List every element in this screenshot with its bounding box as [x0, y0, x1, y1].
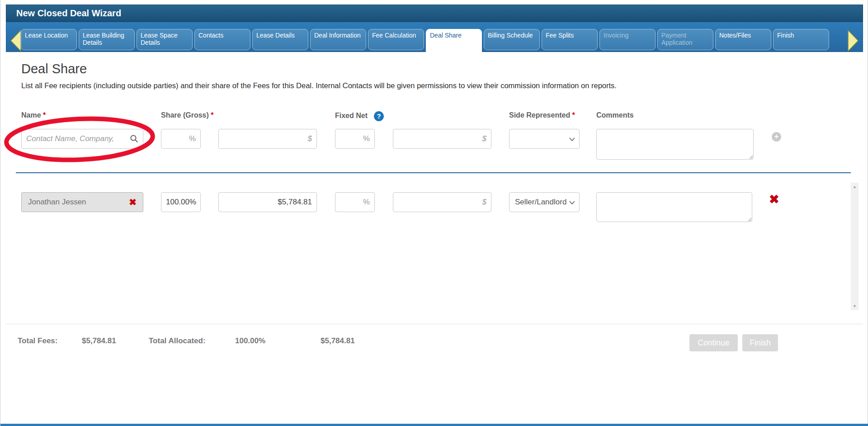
fixed-net-column-label: Fixed Net?: [335, 111, 384, 121]
contact-search-wrap: [21, 129, 143, 149]
chevron-down-icon: [569, 137, 575, 141]
tab-billing-schedule[interactable]: Billing Schedule: [484, 29, 540, 50]
total-allocated-percent: 100.00%: [235, 336, 265, 346]
window-title: New Closed Deal Wizard: [6, 5, 863, 22]
new-fixed-amount-input[interactable]: [393, 129, 491, 149]
finish-button[interactable]: Finish: [742, 334, 778, 351]
tab-lease-space-details[interactable]: Lease Space Details: [137, 29, 193, 50]
tab-payment-application[interactable]: Payment Application: [657, 29, 713, 50]
fixed-net-help-icon[interactable]: ?: [374, 111, 384, 121]
page-description: List all Fee recipients (including outsi…: [21, 81, 617, 90]
tab-contacts[interactable]: Contacts: [194, 29, 250, 50]
clear-recipient-icon[interactable]: ✖: [129, 197, 137, 208]
tab-fee-splits[interactable]: Fee Splits: [542, 29, 598, 50]
tab-list: Lease Location Lease Building Details Le…: [21, 29, 829, 52]
required-asterisk: *: [211, 111, 213, 119]
tab-deal-share[interactable]: Deal Share: [426, 29, 482, 52]
footer-divider: [6, 324, 863, 324]
page-bottom-border: [0, 424, 868, 426]
share-gross-column-label: Share (Gross) *: [161, 111, 214, 119]
new-fixed-percent-input[interactable]: [335, 129, 375, 149]
row-fixed-percent-input[interactable]: [335, 192, 375, 212]
tab-lease-building-details[interactable]: Lease Building Details: [79, 29, 135, 50]
new-comments-textarea[interactable]: [596, 129, 754, 160]
total-allocated-amount: $5,784.81: [321, 336, 355, 346]
page-title: Deal Share: [21, 62, 87, 76]
wizard-window: New Closed Deal Wizard Lease Location Le…: [0, 0, 868, 426]
tab-finish[interactable]: Finish: [773, 29, 829, 50]
row-comments-textarea[interactable]: [596, 192, 752, 222]
total-fees-label: Total Fees:: [18, 336, 57, 346]
recipient-name-box: Jonathan Jessen ✖: [21, 192, 143, 212]
rows-scrollbar[interactable]: ▲ ▼: [851, 183, 859, 310]
total-fees-value: $5,784.81: [82, 336, 116, 346]
new-share-percent-input[interactable]: [161, 129, 201, 149]
row-fixed-amount-input[interactable]: [393, 192, 491, 212]
row-share-amount-input[interactable]: [218, 192, 317, 212]
side-represented-column-label: Side Represented *: [509, 111, 575, 119]
scroll-up-icon[interactable]: ▲: [851, 185, 859, 189]
row-share-percent-input[interactable]: [161, 192, 201, 212]
scroll-down-icon[interactable]: ▼: [851, 304, 859, 308]
tab-fee-calculation[interactable]: Fee Calculation: [368, 29, 424, 50]
search-icon: [130, 134, 139, 143]
name-column-label: Name *: [21, 111, 46, 119]
total-allocated-label: Total Allocated:: [149, 336, 206, 346]
chevron-down-icon: [569, 201, 575, 204]
wizard-tab-strip: Lease Location Lease Building Details Le…: [6, 22, 863, 52]
new-side-represented-select[interactable]: [509, 129, 580, 149]
contact-search-input[interactable]: [21, 129, 143, 149]
next-tabs-arrow-icon[interactable]: [846, 29, 860, 52]
row-side-represented-select[interactable]: Seller/Landlord: [509, 192, 580, 212]
tab-invoicing[interactable]: Invoicing: [599, 29, 656, 50]
required-asterisk: *: [572, 111, 575, 119]
tab-notes-files[interactable]: Notes/Files: [715, 29, 771, 50]
rows-divider: [16, 172, 851, 173]
tab-lease-location[interactable]: Lease Location: [21, 29, 77, 50]
tab-deal-information[interactable]: Deal Information: [310, 29, 366, 50]
delete-row-button[interactable]: ✖: [769, 192, 779, 207]
new-share-amount-input[interactable]: [218, 129, 317, 149]
continue-button[interactable]: Continue: [689, 334, 738, 351]
recipient-name: Jonathan Jessen: [28, 198, 86, 207]
add-recipient-button[interactable]: +: [772, 132, 781, 142]
tab-lease-details[interactable]: Lease Details: [252, 29, 308, 50]
required-asterisk: *: [43, 111, 46, 119]
comments-column-label: Comments: [596, 111, 634, 119]
